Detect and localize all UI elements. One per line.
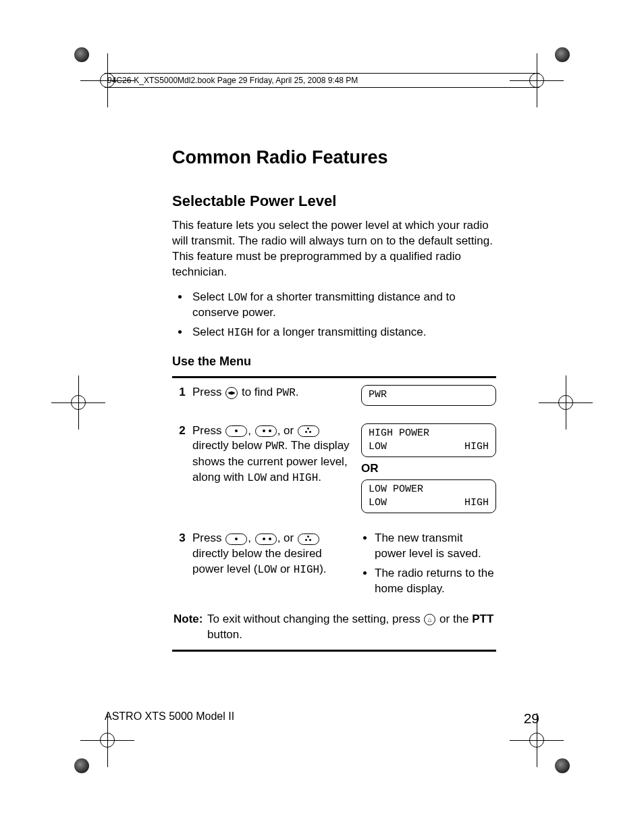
mono-text: PWR xyxy=(276,387,296,399)
lcd-softkey-label: LOW xyxy=(369,496,387,510)
softkey-one-dot-icon xyxy=(225,533,247,545)
step-number: 3 xyxy=(172,531,192,546)
ptt-label: PTT xyxy=(472,613,493,625)
mono-text: HIGH xyxy=(227,327,253,339)
crop-mark-ml xyxy=(57,378,105,425)
step-number: 1 xyxy=(172,385,192,400)
softkey-three-dot-icon xyxy=(298,533,319,545)
subsection-heading: Use the Menu xyxy=(172,353,496,369)
lcd-screen: PWR xyxy=(361,385,496,405)
text: Select xyxy=(192,290,227,303)
mono-text: LOW xyxy=(257,564,277,576)
text: Press xyxy=(192,531,225,544)
note-label: Note: xyxy=(172,612,207,643)
step-display: PWR xyxy=(361,385,496,409)
text: for a longer transmitting distance. xyxy=(253,325,426,338)
lcd-screen: LOW POWER LOW HIGH xyxy=(361,479,496,514)
result-item: The radio returns to the home display. xyxy=(375,566,496,597)
mono-text: LOW xyxy=(247,472,267,484)
mono-text: LOW xyxy=(227,292,247,304)
text: ). xyxy=(319,563,326,575)
mono-text: PWR xyxy=(265,440,285,452)
text: and xyxy=(267,471,292,484)
steps-panel: 1 Press to find PWR. PWR 2 Press , , or … xyxy=(172,376,496,652)
step-instruction: Press , , or directly below PWR. The dis… xyxy=(192,423,361,486)
step-number: 2 xyxy=(172,423,192,439)
step-row: 2 Press , , or directly below PWR. The d… xyxy=(172,417,496,525)
text: Press xyxy=(192,386,225,398)
text: , or xyxy=(277,531,297,544)
crop-mark-br xyxy=(522,726,570,773)
option-list: Select LOW for a shorter transmitting di… xyxy=(172,290,496,341)
mono-text: HIGH xyxy=(292,472,318,484)
step-instruction: Press , , or directly below the desired … xyxy=(192,531,361,577)
text: or the xyxy=(436,613,472,625)
softkey-two-dot-icon xyxy=(255,425,277,437)
step-result: The new transmit power level is saved. T… xyxy=(361,531,496,601)
text: To exit without changing the setting, pr… xyxy=(207,613,423,625)
mono-text: HIGH xyxy=(294,564,319,576)
text: directly below xyxy=(192,439,265,452)
crop-mark-bl xyxy=(74,726,122,773)
softkey-three-dot-icon xyxy=(298,425,319,437)
or-separator: OR xyxy=(361,461,496,477)
text: or xyxy=(277,563,294,575)
list-item: Select HIGH for a longer transmitting di… xyxy=(190,325,496,341)
note-row: Note: To exit without changing the setti… xyxy=(172,608,496,650)
crop-mark-mr xyxy=(539,378,587,425)
text: , xyxy=(248,424,254,437)
footer-page-number: 29 xyxy=(524,709,539,728)
step-display: HIGH POWER LOW HIGH OR LOW POWER LOW HIG… xyxy=(361,423,496,518)
text: Select xyxy=(192,325,227,338)
lcd-softkey-label: LOW xyxy=(369,440,387,454)
note-text: To exit without changing the setting, pr… xyxy=(207,612,496,643)
section-heading: Selectable Power Level xyxy=(172,191,496,211)
lcd-softkey-label: HIGH xyxy=(464,440,489,454)
text: , xyxy=(248,531,254,544)
text: . xyxy=(318,471,321,484)
lcd-line: HIGH POWER xyxy=(369,427,489,440)
print-header: 94C26-K_XTS5000Mdl2.book Page 29 Friday,… xyxy=(105,73,539,88)
lcd-line: LOW POWER xyxy=(369,483,489,496)
list-item: Select LOW for a shorter transmitting di… xyxy=(190,290,496,321)
step-instruction: Press to find PWR. xyxy=(192,385,361,401)
step-row: 3 Press , , or directly below the desire… xyxy=(172,524,496,608)
result-item: The new transmit power level is saved. xyxy=(375,531,496,562)
page-footer: ASTRO XTS 5000 Model II 29 xyxy=(105,709,539,728)
lcd-screen: HIGH POWER LOW HIGH xyxy=(361,423,496,458)
footer-model: ASTRO XTS 5000 Model II xyxy=(105,709,524,728)
nav-button-icon xyxy=(225,387,238,399)
softkey-two-dot-icon xyxy=(255,533,277,545)
lcd-line: PWR xyxy=(369,388,489,402)
page-title: Common Radio Features xyxy=(172,145,496,170)
home-button-icon: ⌂ xyxy=(424,614,435,625)
text: Press xyxy=(192,424,225,437)
text: to find xyxy=(238,386,276,398)
lcd-softkey-label: HIGH xyxy=(464,496,489,510)
step-row: 1 Press to find PWR. PWR xyxy=(172,378,496,416)
softkey-one-dot-icon xyxy=(225,425,247,437)
text: button. xyxy=(207,628,242,641)
text: . xyxy=(296,386,299,398)
text: , or xyxy=(277,424,297,437)
intro-paragraph: This feature lets you select the power l… xyxy=(172,218,496,280)
